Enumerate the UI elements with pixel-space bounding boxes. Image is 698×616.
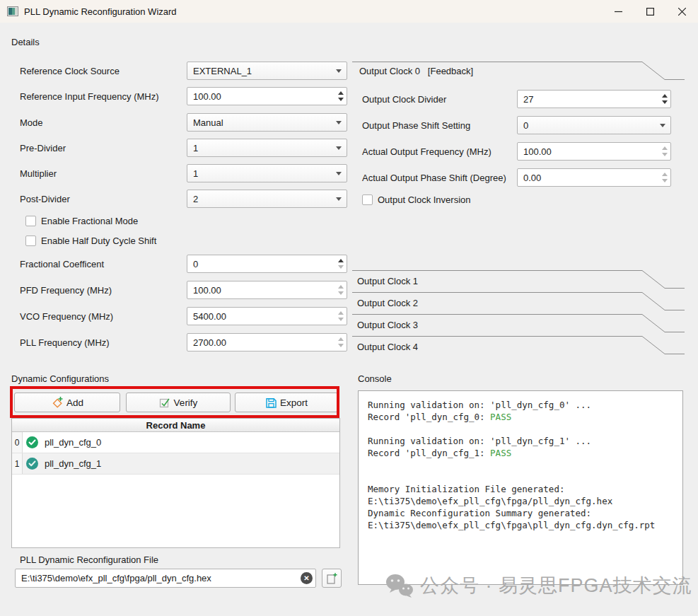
field-label-mode: Mode xyxy=(20,117,43,128)
spin-down-icon[interactable] xyxy=(662,100,668,104)
console-line xyxy=(368,471,682,483)
output-clock-0-title: Output Clock 0 [Feedback] xyxy=(359,66,473,76)
field-label-pre-divider: Pre-Divider xyxy=(20,143,66,153)
spin-down-icon[interactable] xyxy=(338,265,344,269)
spin-value: 100.00 xyxy=(187,91,335,102)
checkbox-label: Enable Fractional Mode xyxy=(41,216,138,226)
checkbox-box[interactable] xyxy=(362,194,373,205)
output-clock-inversion-checkbox[interactable]: Output Clock Inversion xyxy=(362,194,471,205)
reference-clock-source-combobox[interactable]: EXTERNAL_1 xyxy=(187,62,347,80)
spin-value: 5400.00 xyxy=(187,311,335,322)
export-button[interactable]: Export xyxy=(235,393,338,412)
spin-down-icon xyxy=(338,291,344,295)
spin-up-icon xyxy=(338,285,344,289)
minimize-button[interactable] xyxy=(603,0,634,23)
console-line: Record 'pll_dyn_cfg_1: PASS xyxy=(368,447,682,459)
check-circle-icon xyxy=(26,458,38,470)
feedback-tag: [Feedback] xyxy=(428,66,473,76)
verify-button[interactable]: Verify xyxy=(126,393,231,412)
field-label-actual-output-phase-shift: Actual Output Phase Shift (Degree) xyxy=(362,173,506,183)
field-label-output-clock-divider: Output Clock Divider xyxy=(362,94,446,105)
details-section-label: Details xyxy=(11,37,40,47)
pll-file-label: PLL Dynamic Reconfiguration File xyxy=(20,554,158,565)
spin-value: 0.00 xyxy=(518,173,658,183)
actual-output-frequency-spinbox[interactable]: 100.00 xyxy=(517,142,671,161)
title-bar: PLL Dynamic Reconfiguration Wizard xyxy=(0,0,698,23)
spin-value: 100.00 xyxy=(518,146,658,157)
record-name: pll_dyn_cfg_0 xyxy=(45,437,101,448)
chevron-down-icon xyxy=(655,124,670,127)
field-label-multiplier: Multiplier xyxy=(20,168,57,179)
output-clock-3-label: Output Clock 3 xyxy=(357,320,418,330)
pfd-frequency-spinbox[interactable]: 100.00 xyxy=(187,281,347,299)
console-line: E:\ti375\demo\efx_pll_cfg\fpga/pll_dyn_c… xyxy=(368,495,682,507)
clear-icon[interactable]: ✕ xyxy=(301,572,313,584)
checkbox-label: Output Clock Inversion xyxy=(378,194,471,205)
maximize-button[interactable] xyxy=(634,0,666,23)
multiplier-combobox[interactable]: 1 xyxy=(187,164,347,182)
spin-down-icon[interactable] xyxy=(338,98,344,101)
reference-input-frequency-spinbox[interactable]: 100.00 xyxy=(187,87,347,105)
output-clock-0-label: Output Clock 0 xyxy=(359,66,420,76)
chevron-down-icon xyxy=(331,146,347,150)
combo-value: 1 xyxy=(187,143,331,153)
output-clock-4-label: Output Clock 4 xyxy=(357,342,418,352)
spin-up-icon xyxy=(338,337,344,341)
records-table: Record Name 0 pll_dyn_cfg_0 1 pll_dyn_cf… xyxy=(11,418,340,548)
spin-down-icon xyxy=(662,153,668,156)
close-button[interactable] xyxy=(666,0,698,23)
combo-value: Manual xyxy=(187,117,331,128)
mode-combobox[interactable]: Manual xyxy=(187,113,347,132)
fractional-coefficent-spinbox[interactable]: 0 xyxy=(187,255,347,273)
add-button-label: Add xyxy=(66,397,83,408)
field-label-post-divider: Post-Divider xyxy=(20,194,70,204)
spin-down-icon xyxy=(338,344,344,347)
table-row[interactable]: 0 pll_dyn_cfg_0 xyxy=(12,432,339,453)
spin-value: 0 xyxy=(187,259,335,269)
pll-wizard-window: PLL Dynamic Reconfiguration Wizard Detai… xyxy=(0,0,698,616)
console-line: Running validation on: 'pll_dyn_cfg_1' .… xyxy=(368,435,682,447)
console-line xyxy=(368,459,682,471)
field-label-pll-frequency: PLL Frequency (MHz) xyxy=(20,337,110,348)
output-phase-shift-setting-combobox[interactable]: 0 xyxy=(517,116,671,134)
post-divider-combobox[interactable]: 2 xyxy=(187,190,347,208)
add-button[interactable]: Add xyxy=(14,393,120,412)
browse-new-file-button[interactable] xyxy=(322,569,342,588)
enable-half-duty-cycle-shift-checkbox[interactable]: Enable Half Duty Cycle Shift xyxy=(25,236,156,246)
check-circle-icon xyxy=(26,436,38,448)
spin-value: 27 xyxy=(518,94,658,105)
checkbox-box[interactable] xyxy=(25,216,36,226)
spin-up-icon[interactable] xyxy=(338,91,344,95)
console-output[interactable]: Running validation on: 'pll_dyn_cfg_0' .… xyxy=(358,390,683,585)
vco-frequency-spinbox[interactable]: 5400.00 xyxy=(187,307,347,325)
record-name: pll_dyn_cfg_1 xyxy=(45,458,101,469)
actual-output-phase-shift-spinbox[interactable]: 0.00 xyxy=(517,168,671,187)
chevron-down-icon xyxy=(331,197,347,201)
spin-down-icon xyxy=(338,318,344,321)
console-line: Record 'pll_dyn_cfg_0: PASS xyxy=(368,411,682,423)
spin-up-icon[interactable] xyxy=(338,259,344,262)
field-label-vco-frequency: VCO Frequency (MHz) xyxy=(20,311,113,322)
diamond-plus-icon xyxy=(51,396,64,409)
floppy-disk-icon xyxy=(265,397,277,409)
checkbox-box[interactable] xyxy=(25,236,36,246)
field-label-output-phase-shift-setting: Output Phase Shift Setting xyxy=(362,120,470,131)
checkbox-check-icon xyxy=(159,397,171,409)
console-label: Console xyxy=(358,373,392,384)
row-index: 1 xyxy=(12,453,23,474)
app-icon xyxy=(7,6,18,16)
combo-value: 2 xyxy=(187,194,331,204)
window-title: PLL Dynamic Reconfiguration Wizard xyxy=(24,6,177,17)
table-row[interactable]: 1 pll_dyn_cfg_1 xyxy=(12,453,339,475)
enable-fractional-mode-checkbox[interactable]: Enable Fractional Mode xyxy=(25,216,138,226)
new-file-plus-icon xyxy=(325,572,338,585)
output-clock-divider-spinbox[interactable]: 27 xyxy=(517,90,671,108)
pre-divider-combobox[interactable]: 1 xyxy=(187,139,347,157)
pll-frequency-spinbox[interactable]: 2700.00 xyxy=(187,333,347,351)
dynamic-configurations-label: Dynamic Configurations xyxy=(11,373,109,384)
pll-file-input[interactable] xyxy=(15,569,316,588)
spin-up-icon[interactable] xyxy=(662,94,668,98)
console-line: Running validation on: 'pll_dyn_cfg_0' .… xyxy=(368,399,682,411)
spin-up-icon xyxy=(662,146,668,150)
spin-value: 2700.00 xyxy=(187,337,335,348)
